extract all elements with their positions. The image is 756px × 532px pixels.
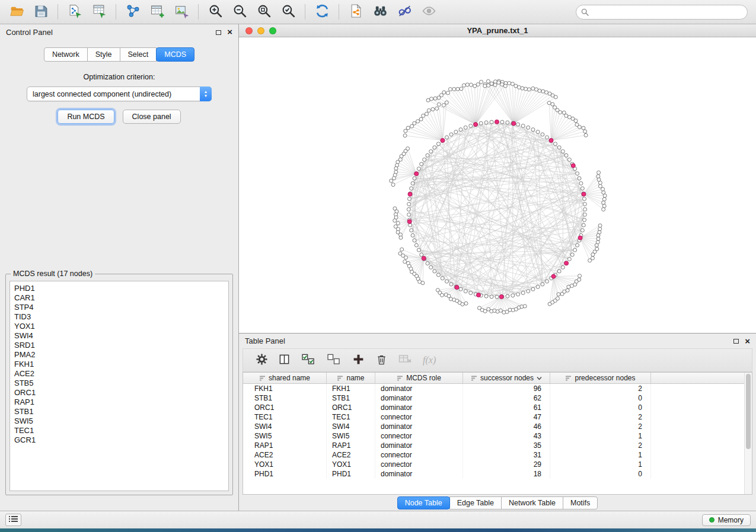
table-plus-icon [150,4,165,20]
network-canvas[interactable] [239,37,756,333]
close-table-panel-icon[interactable]: × [745,338,750,344]
mcds-result-item[interactable]: SWI4 [14,331,224,341]
mcds-result-item[interactable]: SRD1 [14,341,224,350]
close-panel-button[interactable]: Close panel [123,110,181,124]
table-cell: 31 [463,450,550,460]
tab-node-table[interactable]: Node Table [397,496,450,509]
minimize-window-icon[interactable] [257,27,264,34]
columns-icon [279,354,290,367]
mcds-result-item[interactable]: SWI5 [14,416,224,426]
mcds-result-item[interactable]: TEC1 [14,426,224,435]
run-mcds-button[interactable]: Run MCDS [58,110,114,124]
apply-layout-button[interactable] [310,2,334,22]
mcds-result-item[interactable]: STB1 [14,407,224,416]
close-panel-icon[interactable]: × [227,29,232,35]
delete-column-button[interactable] [376,354,387,367]
maximize-window-icon[interactable] [269,27,276,34]
column-header-name[interactable]: name [327,373,375,383]
mcds-result-item[interactable]: ORC1 [14,388,224,398]
tab-style[interactable]: Style [87,47,120,62]
table-cell: 1 [550,431,651,441]
table-settings-button[interactable] [256,354,267,367]
show-columns-button[interactable] [279,354,290,367]
close-window-icon[interactable] [245,27,253,34]
trash-icon [376,354,387,367]
zoom-selected-button[interactable] [276,2,300,22]
table-row[interactable]: STB1STB1dominator620 [243,393,752,403]
table-cell: 1 [550,460,651,469]
new-network-button[interactable] [121,2,145,22]
open-session-button[interactable] [5,2,28,22]
hide-graphics-details-button[interactable] [393,2,416,22]
mcds-result-item[interactable]: ACE2 [14,369,224,379]
table-cell: 43 [463,431,550,441]
float-panel-icon[interactable] [216,28,221,37]
table-row[interactable]: ORC1ORC1dominator610 [243,403,752,412]
panel-menu-button[interactable] [5,514,21,526]
float-table-panel-icon[interactable] [733,336,739,345]
column-header-mcds-role[interactable]: MCDS role [375,373,463,383]
table-row[interactable]: ACE2ACE2connector311 [243,450,752,460]
column-header-filler [651,373,752,383]
network-titlebar: YPA_prune.txt_1 [239,24,756,37]
mcds-result-item[interactable]: STP4 [14,303,224,312]
table-row[interactable]: FKH1FKH1dominator962 [243,384,752,393]
mcds-result-item[interactable]: YOX1 [14,322,224,331]
tab-network[interactable]: Network [44,47,88,62]
mcds-result-item[interactable]: PHD1 [14,284,224,293]
table-cell: PHD1 [243,469,327,479]
node-table-body[interactable]: FKH1FKH1dominator962STB1STB1dominator620… [243,384,752,494]
table-cell: SWI5 [243,431,327,441]
tab-network-table[interactable]: Network Table [501,496,563,509]
show-graphics-details-button[interactable] [417,2,441,22]
criterion-dropdown[interactable]: largest connected component (undirected)… [27,86,212,101]
table-cell: STB1 [243,393,327,403]
mcds-result-item[interactable]: TID3 [14,312,224,322]
table-row[interactable]: PHD1PHD1dominator180 [243,469,752,479]
tab-edge-table[interactable]: Edge Table [449,496,502,509]
table-cell: 18 [463,469,550,479]
memory-status-icon [709,517,714,523]
column-header-successor-nodes[interactable]: successor nodes [463,373,550,383]
mcds-result-item[interactable]: GCR1 [14,435,224,445]
table-row[interactable]: RAP1RAP1dominator352 [243,441,752,450]
zoom-fit-icon [257,4,272,20]
network-graph [239,37,756,333]
mcds-result-item[interactable]: CAR1 [14,293,224,303]
mcds-result-item[interactable]: FKH1 [14,360,224,369]
mcds-result-list[interactable]: PHD1CAR1STP4TID3YOX1SWI4SRD1PMA2FKH1ACE2… [9,281,229,491]
save-session-button[interactable] [29,2,53,22]
add-column-button[interactable] [352,353,365,367]
share-network-button[interactable] [344,2,368,22]
zoom-out-icon [232,4,247,20]
memory-button[interactable]: Memory [702,514,751,526]
mcds-result-item[interactable]: PMA2 [14,350,224,360]
column-header-shared-name[interactable]: shared name [243,373,327,383]
search-input[interactable] [576,5,748,20]
import-table-from-file-button[interactable] [87,2,111,22]
deselect-all-button[interactable] [327,354,341,367]
tab-mcds[interactable]: MCDS [156,47,194,62]
table-row[interactable]: YOX1YOX1connector291 [243,460,752,469]
table-scrollbar[interactable] [744,373,752,494]
import-network-from-file-button[interactable] [63,2,87,22]
zoom-in-button[interactable] [203,2,227,22]
table-cell: connector [375,412,463,422]
tab-motifs[interactable]: Motifs [563,496,598,509]
table-cell: 46 [463,422,550,431]
zoom-out-button[interactable] [228,2,251,22]
scrollbar-thumb[interactable] [746,374,751,449]
column-header-predecessor-nodes[interactable]: predecessor nodes [550,373,651,383]
mcds-result-item[interactable]: STB5 [14,379,224,388]
find-button[interactable] [368,2,392,22]
export-image-button[interactable] [170,2,193,22]
table-row[interactable]: SWI5SWI5connector431 [243,431,752,441]
table-row[interactable]: TEC1TEC1connector472 [243,412,752,422]
toolbar-separator [116,4,116,20]
zoom-fit-button[interactable] [252,2,276,22]
new-table-button[interactable] [145,2,169,22]
mcds-result-item[interactable]: RAP1 [14,398,224,407]
table-row[interactable]: SWI4SWI4dominator462 [243,422,752,431]
tab-select[interactable]: Select [120,47,157,62]
select-all-button[interactable] [301,354,315,367]
